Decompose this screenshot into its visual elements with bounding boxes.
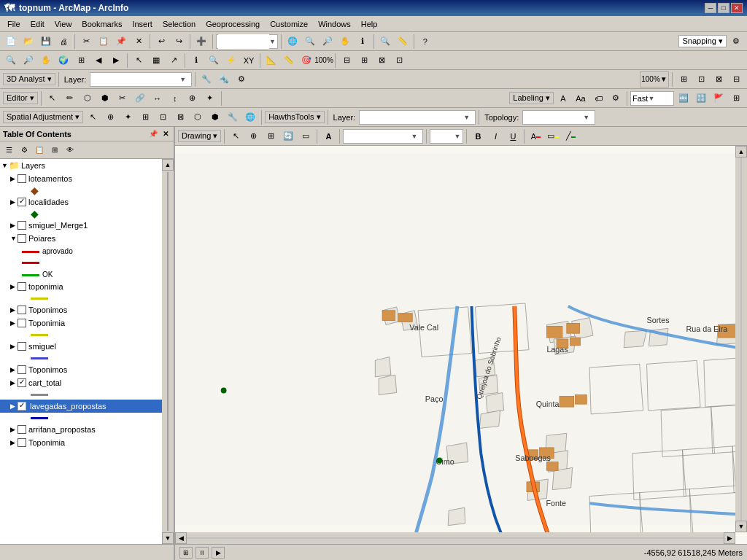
edit-tool1[interactable]: ↖ xyxy=(44,90,61,106)
minimize-button[interactable]: ─ xyxy=(705,3,716,13)
layer-loteamentos[interactable]: ▶ loteamentos xyxy=(0,172,162,185)
draw-pointer[interactable]: ↖ xyxy=(228,128,244,144)
delete-button[interactable]: ✕ xyxy=(131,34,147,50)
layer-toponimia-3[interactable]: ▶ Toponimia xyxy=(0,436,162,449)
map-hscroll-track[interactable] xyxy=(187,537,724,539)
menu-edit[interactable]: Edit xyxy=(26,18,49,30)
snapping-label[interactable]: Snapping ▾ xyxy=(678,35,727,47)
toc-list-view[interactable]: ☰ xyxy=(1,143,16,158)
layout1[interactable]: ⊟ xyxy=(338,52,355,69)
toponimia2-check[interactable] xyxy=(18,319,26,327)
undo-button[interactable]: ↩ xyxy=(153,34,169,50)
redo-button[interactable]: ↪ xyxy=(171,34,187,50)
toc-scrollbar[interactable]: ▲ ▼ xyxy=(162,159,174,544)
underline-button[interactable]: U xyxy=(505,128,521,144)
toponimos1-expand[interactable]: ▶ xyxy=(10,306,18,314)
spatial-tool7[interactable]: ⬢ xyxy=(207,109,223,125)
smiguel-merge1-expand[interactable]: ▶ xyxy=(10,222,18,229)
copy-button[interactable]: 📋 xyxy=(96,34,112,50)
toc-selection-view[interactable]: ⊞ xyxy=(47,143,62,158)
analyst-tool3[interactable]: ⚙ xyxy=(233,71,249,88)
map-scroll-left[interactable]: ◀ xyxy=(175,532,187,544)
arrifana-check[interactable] xyxy=(18,425,26,434)
edit-tool8[interactable]: ↕ xyxy=(167,90,183,106)
analyst-label[interactable]: 3D Analyst ▾ xyxy=(3,73,55,85)
zoom-in-fixed[interactable]: 🔍 xyxy=(3,52,19,69)
view-btn2[interactable]: ⊡ xyxy=(693,71,709,88)
drawing-label[interactable]: Drawing ▾ xyxy=(178,130,221,142)
spatial-tool2[interactable]: ✦ xyxy=(120,109,136,125)
open-button[interactable]: 📂 xyxy=(20,34,36,50)
editor-label[interactable]: Editor ▾ xyxy=(3,92,38,104)
toc-source-view[interactable]: 📋 xyxy=(32,143,47,158)
pan-nav[interactable]: ✋ xyxy=(38,52,54,69)
layer-toponimia-2[interactable]: ▶ Toponimia xyxy=(0,316,162,330)
fontsize-select[interactable]: 10 ▼ xyxy=(430,129,463,144)
cut-button[interactable]: ✂ xyxy=(78,34,94,50)
tool3[interactable]: 🎯 xyxy=(298,52,314,69)
scale-input-container[interactable]: 1:2.500 ▼ xyxy=(216,34,278,49)
draw-tool1[interactable]: ⊕ xyxy=(245,128,261,144)
snapping-options[interactable]: ⚙ xyxy=(728,34,744,50)
edit-tool3[interactable]: ⬡ xyxy=(80,90,96,106)
zoom-out-fixed[interactable]: 🔎 xyxy=(20,52,36,69)
map-scroll-down[interactable]: ▼ xyxy=(735,521,747,532)
spatial-tool5[interactable]: ⊠ xyxy=(172,109,188,125)
layer-toponimos-1[interactable]: ▶ Toponimos xyxy=(0,303,162,316)
layers-group-item[interactable]: ▼ 📁 Layers xyxy=(0,159,162,172)
toc-scroll-up[interactable]: ▲ xyxy=(162,159,174,171)
map-vscroll[interactable]: ▲ ▼ xyxy=(735,146,747,532)
flash-btn[interactable]: ⚡ xyxy=(223,52,239,69)
zoom-next[interactable]: ▶ xyxy=(108,52,124,69)
print-button[interactable]: 🖨 xyxy=(55,34,71,50)
info-btn[interactable]: ℹ xyxy=(188,52,204,69)
measure-button[interactable]: 📏 xyxy=(395,34,411,50)
lbl-flag[interactable]: 🚩 xyxy=(711,90,727,106)
layer-input-5[interactable] xyxy=(361,113,463,122)
find2-btn[interactable]: 🔍 xyxy=(206,52,222,69)
view-btn3[interactable]: ⊠ xyxy=(711,71,727,88)
smiguel-expand[interactable]: ▶ xyxy=(10,343,18,350)
labeling-tool2[interactable]: Aa xyxy=(573,90,589,106)
draw-rect[interactable]: ▭ xyxy=(298,128,314,144)
smiguel-merge1-check[interactable] xyxy=(18,221,26,230)
layer-localidades[interactable]: ▶ localidades xyxy=(0,195,162,209)
map-scroll-up[interactable]: ▲ xyxy=(735,146,747,158)
layer-select-5[interactable]: ▼ xyxy=(359,110,476,125)
font-input[interactable]: Arial xyxy=(345,132,411,141)
zoom-out-button[interactable]: 🔎 xyxy=(320,34,336,50)
save-button[interactable]: 💾 xyxy=(38,34,54,50)
scale-arrow[interactable]: ▼ xyxy=(269,38,276,45)
text-btn[interactable]: A xyxy=(320,128,336,144)
toc-scroll-thumb[interactable] xyxy=(167,172,169,531)
arrifana-expand[interactable]: ▶ xyxy=(10,426,18,433)
menu-selection[interactable]: Selection xyxy=(158,18,200,30)
select2-btn[interactable]: ▦ xyxy=(148,52,164,69)
labeling-label[interactable]: Labeling ▾ xyxy=(509,92,554,104)
help-button[interactable]: ? xyxy=(417,34,433,50)
spatial-tool8[interactable]: 🔧 xyxy=(225,109,241,125)
map-vscroll-track[interactable] xyxy=(740,158,742,521)
scale-input[interactable]: 1:2.500 xyxy=(218,34,269,49)
labeling-tool4[interactable]: ⚙ xyxy=(608,90,624,106)
labeling-tool3[interactable]: 🏷 xyxy=(590,90,606,106)
smiguel-check[interactable] xyxy=(18,342,26,351)
layer-lavegadas[interactable]: ▶ ✓ lavegadas_propostas xyxy=(0,400,162,413)
font-select[interactable]: Arial ▼ xyxy=(343,129,423,144)
zoom-prev[interactable]: ◀ xyxy=(90,52,107,69)
view-btn4[interactable]: ⊟ xyxy=(728,71,744,88)
toponimia1-expand[interactable]: ▶ xyxy=(10,283,18,290)
analyst-tool1[interactable]: 🔧 xyxy=(198,71,214,88)
edit-tool4[interactable]: ⬢ xyxy=(97,90,113,106)
fontsize-input[interactable]: 10 xyxy=(432,132,454,141)
find-button[interactable]: 🔍 xyxy=(377,34,393,50)
layers-expand-icon[interactable]: ▼ xyxy=(1,162,9,169)
toponimos1-check[interactable] xyxy=(18,306,26,314)
lavegadas-check[interactable]: ✓ xyxy=(18,402,26,411)
toponimia3-expand[interactable]: ▶ xyxy=(10,439,18,446)
add-data-button[interactable]: ➕ xyxy=(193,34,209,50)
spatial-tool9[interactable]: 🌐 xyxy=(242,109,258,125)
zoom-to-full-button[interactable]: 🌐 xyxy=(285,34,301,50)
edit-tool7[interactable]: ↔ xyxy=(150,90,166,106)
draw-rotate[interactable]: 🔄 xyxy=(280,128,296,144)
